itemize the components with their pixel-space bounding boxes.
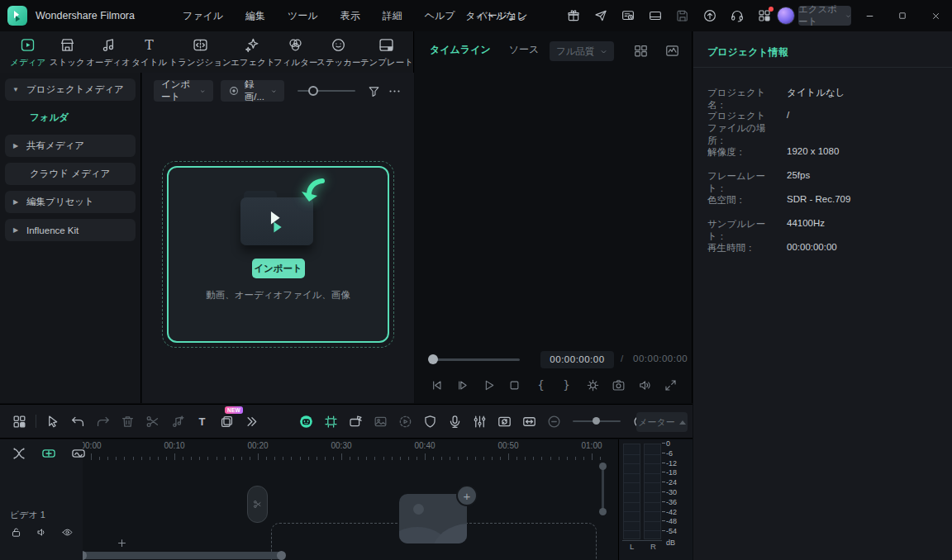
import-folder-illustration <box>240 191 317 245</box>
export-button[interactable]: エクスポート <box>798 6 851 26</box>
timeline-zoom-slider[interactable] <box>573 420 621 422</box>
menu-item-0[interactable]: ファイル <box>183 9 223 23</box>
media-sidebar: ▼プロジェクトメディアフォルダ▶共有メディアクラウド メディア▶編集プリセット▶… <box>0 73 141 403</box>
zoom-out-icon[interactable] <box>545 413 562 429</box>
multiview-icon[interactable] <box>633 43 650 59</box>
share-icon[interactable] <box>593 7 609 24</box>
ai-assistant-icon[interactable] <box>298 413 314 429</box>
filter-funnel-icon[interactable] <box>367 83 381 99</box>
redo-icon[interactable] <box>94 413 111 429</box>
shield-icon[interactable] <box>421 413 438 429</box>
tab-label: オーディオ <box>86 57 130 69</box>
mark-in-icon[interactable]: { <box>532 377 549 393</box>
sidebar-item-label: プロジェクトメディア <box>26 83 124 96</box>
link-box-icon[interactable] <box>40 444 58 463</box>
seek-bar[interactable] <box>429 358 520 361</box>
volume-icon[interactable] <box>636 377 653 393</box>
maximize-button[interactable] <box>886 0 919 31</box>
sidebar-item-1[interactable]: フォルダ <box>5 107 136 129</box>
tab-media[interactable]: メディア <box>8 36 48 69</box>
menu-item-4[interactable]: 詳細 <box>383 9 402 23</box>
thumbnail-zoom-slider[interactable] <box>298 90 355 92</box>
gift-icon[interactable] <box>565 7 582 24</box>
project-field-5: サンプルレート：44100Hz <box>707 218 939 243</box>
add-media-plus-icon[interactable]: + <box>456 485 478 506</box>
scope-icon[interactable] <box>664 43 681 59</box>
track-volume-icon[interactable] <box>33 524 50 540</box>
trash-icon[interactable] <box>119 413 136 429</box>
cursor-tool-icon[interactable] <box>45 413 61 429</box>
import-dropdown[interactable]: インポート <box>154 80 213 102</box>
audio-mixer-icon[interactable] <box>471 413 488 429</box>
cloud-upload-icon[interactable] <box>702 7 718 24</box>
tab-transition[interactable]: トランジション <box>169 36 231 69</box>
menu-item-2[interactable]: ツール <box>288 9 318 23</box>
playback-settings-icon[interactable] <box>584 377 601 393</box>
text-tool-icon[interactable]: T <box>193 413 210 429</box>
voiceover-mic-icon[interactable] <box>446 413 463 429</box>
tab-stock[interactable]: ストック <box>48 36 88 69</box>
timeline-ruler[interactable]: 00:0000:1000:2000:3000:4000:5001:00 <box>83 439 605 461</box>
tab-sticker[interactable]: ステッカー <box>317 36 360 69</box>
sidebar-item-5[interactable]: ▶Influence Kit <box>5 219 136 241</box>
tab-effects[interactable]: エフェクト <box>231 36 274 69</box>
playhead-scissors-handle[interactable] <box>247 486 268 523</box>
screen-record-icon[interactable] <box>496 413 512 429</box>
next-frame-icon[interactable] <box>455 377 471 393</box>
snapshot-icon[interactable] <box>611 377 627 393</box>
audio-sparkle-icon[interactable] <box>169 413 185 429</box>
sidebar-item-2[interactable]: ▶共有メディア <box>5 135 136 157</box>
eye-icon[interactable] <box>59 524 75 540</box>
record-dropdown[interactable]: 録画/... <box>221 80 284 102</box>
proxy-icon[interactable] <box>397 413 413 429</box>
track-header-column: ビデオ 1 <box>0 439 83 560</box>
more-options-icon[interactable] <box>388 83 402 99</box>
lock-open-icon[interactable] <box>7 524 24 540</box>
compound-clip-icon[interactable]: NEW <box>218 413 235 429</box>
timeline-vertical-scrollbar[interactable] <box>599 463 607 515</box>
tab-template[interactable]: テンプレート <box>360 36 413 69</box>
preview-tab-1[interactable]: ソース <box>509 43 540 57</box>
unlink-icon[interactable] <box>10 444 28 463</box>
meter-toggle-button[interactable]: メーター <box>636 412 688 432</box>
previous-frame-icon[interactable] <box>428 377 445 393</box>
fullscreen-icon[interactable] <box>663 377 679 393</box>
seek-knob[interactable] <box>428 354 438 364</box>
add-track-button[interactable] <box>116 537 129 550</box>
film-box-icon[interactable] <box>69 444 88 463</box>
close-button[interactable] <box>919 0 952 31</box>
more-chevrons-icon[interactable] <box>243 413 259 429</box>
headset-icon[interactable] <box>729 7 745 24</box>
avatar[interactable] <box>777 7 795 25</box>
undo-icon[interactable] <box>69 413 86 429</box>
import-button[interactable]: インポート <box>252 259 305 278</box>
fit-timeline-icon[interactable] <box>521 413 537 429</box>
image-icon[interactable] <box>372 413 388 429</box>
play-icon[interactable] <box>480 377 497 393</box>
clip-marker-icon[interactable] <box>347 413 364 429</box>
tab-audio[interactable]: オーディオ <box>87 36 130 69</box>
tab-title[interactable]: Tタイトル <box>130 36 169 69</box>
save-icon[interactable] <box>674 7 691 24</box>
sidebar-item-3[interactable]: クラウド メディア <box>5 163 136 185</box>
import-dropzone[interactable]: インポート 動画、オーディオファイル、画像 <box>167 166 389 343</box>
playback-quality-dropdown[interactable]: フル品質 <box>550 41 614 61</box>
minimize-button[interactable] <box>853 0 886 31</box>
apps-grid-icon[interactable] <box>11 413 27 429</box>
mark-out-icon[interactable]: } <box>559 377 575 393</box>
chevron-right-icon: ▶ <box>5 142 26 149</box>
keyboard-icon[interactable] <box>647 7 664 24</box>
stop-icon[interactable] <box>507 377 523 393</box>
menu-item-3[interactable]: 表示 <box>340 9 360 23</box>
timeline-horizontal-scrollbar[interactable] <box>79 552 285 559</box>
tab-filter[interactable]: フィルター <box>274 36 317 69</box>
sidebar-item-0[interactable]: ▼プロジェクトメディア <box>5 78 136 101</box>
scissors-icon[interactable] <box>144 413 160 429</box>
render-queue-icon[interactable] <box>620 7 636 24</box>
smart-crop-icon[interactable] <box>322 413 339 429</box>
apps-grid-icon[interactable] <box>756 7 773 24</box>
preview-tab-0[interactable]: タイムライン <box>430 43 491 57</box>
current-timecode[interactable]: 00:00:00:00 <box>540 351 614 368</box>
menu-item-1[interactable]: 編集 <box>245 9 265 23</box>
sidebar-item-4[interactable]: ▶編集プリセット <box>5 191 136 213</box>
